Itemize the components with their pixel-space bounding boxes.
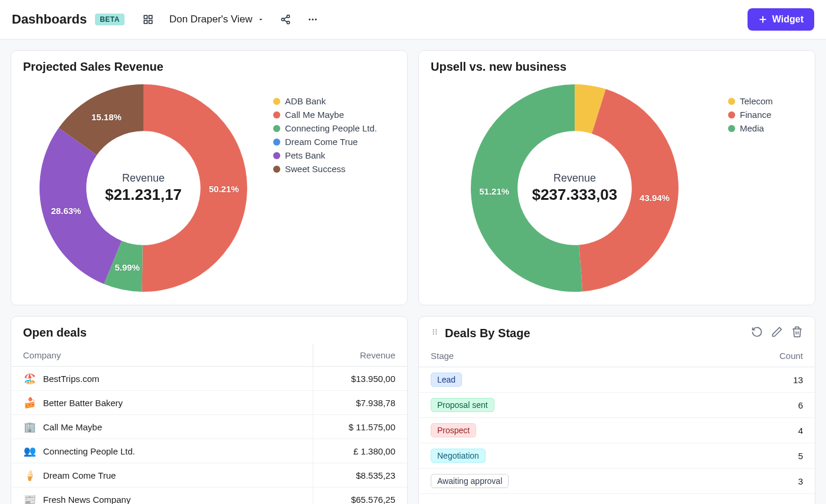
legend-item[interactable]: ADB Bank (273, 96, 377, 106)
legend-label: Media (740, 123, 764, 133)
donut-center-label: Revenue (532, 172, 618, 185)
svg-line-7 (284, 17, 287, 19)
company-icon: 🍦 (23, 469, 36, 482)
undo-icon[interactable] (751, 326, 763, 340)
col-count: Count (744, 345, 815, 367)
legend-label: Finance (740, 110, 771, 120)
legend-item[interactable]: Media (728, 123, 773, 133)
plus-icon (758, 15, 768, 24)
revenue-value: $65.576,25 (313, 487, 407, 505)
col-stage: Stage (419, 345, 744, 367)
stage-count: 13 (744, 367, 815, 393)
card-projected-sales: Projected Sales Revenue 50.21%5.99%28.63… (11, 50, 408, 305)
donut-chart-projected: 50.21%5.99%28.63%15.18%Revenue$21.231,17 (19, 82, 267, 294)
legend-dot-icon (273, 98, 280, 105)
company-icon: 📰 (23, 493, 36, 504)
legend-dot-icon (728, 111, 735, 118)
table-row[interactable]: 🍰Better Batter Bakery$7.938,78 (11, 391, 407, 415)
table-row[interactable]: Negotiation5 (419, 443, 815, 469)
col-revenue: Revenue (313, 344, 407, 367)
drag-handle-icon[interactable] (431, 328, 439, 338)
svg-point-5 (281, 18, 284, 21)
table-row[interactable]: Lead13 (419, 367, 815, 393)
svg-point-6 (287, 21, 290, 24)
donut-segment-label: 43.94% (640, 192, 670, 202)
card-title: Open deals (23, 326, 87, 340)
donut-center-value: $237.333,03 (532, 186, 618, 204)
edit-icon[interactable] (771, 326, 783, 340)
legend-label: Call Me Maybe (285, 110, 344, 120)
table-row[interactable]: Proposal sent6 (419, 393, 815, 418)
donut-segment-label: 5.99% (114, 262, 140, 272)
svg-point-17 (435, 331, 437, 332)
table-row[interactable]: 👥Connecting People Ltd.£ 1.380,00 (11, 439, 407, 463)
company-icon: 👥 (23, 444, 36, 457)
table-row[interactable]: 🏢Call Me Maybe$ 11.575,00 (11, 415, 407, 439)
stage-count: 3 (744, 469, 815, 494)
svg-rect-0 (144, 15, 147, 18)
company-icon: 🏖️ (23, 372, 36, 385)
legend-item[interactable]: Sweet Success (273, 164, 377, 174)
stage-pill: Proposal sent (431, 398, 494, 412)
company-name: Dream Come True (43, 470, 116, 480)
legend-item[interactable]: Connecting People Ltd. (273, 123, 377, 133)
donut-center-value: $21.231,17 (105, 186, 182, 204)
svg-point-4 (287, 15, 290, 18)
stage-pill: Prospect (431, 423, 476, 437)
legend-dot-icon (273, 111, 280, 118)
svg-point-19 (435, 333, 437, 334)
stage-pill: Lead (431, 373, 462, 387)
view-selector[interactable]: Don Draper's View (166, 11, 268, 28)
trash-icon[interactable] (791, 326, 803, 340)
grid-icon[interactable] (139, 10, 158, 29)
donut-center-label: Revenue (105, 172, 182, 185)
svg-point-10 (312, 19, 313, 21)
stage-pill: Negotiation (431, 449, 486, 463)
company-name: Call Me Maybe (43, 422, 102, 432)
table-row[interactable]: 🏖️BestTrips.com$13.950,00 (11, 367, 407, 391)
legend-label: Dream Come True (285, 137, 358, 147)
legend-label: Connecting People Ltd. (285, 123, 377, 133)
company-name: BestTrips.com (43, 374, 99, 384)
table-row[interactable]: Prospect4 (419, 418, 815, 443)
legend-dot-icon (273, 139, 280, 146)
legend-item[interactable]: Call Me Maybe (273, 110, 377, 120)
card-open-deals: Open deals Company Revenue 🏖️BestTrips.c… (11, 316, 408, 504)
legend-upsell: TelecomFinanceMedia (728, 82, 773, 137)
legend-projected: ADB BankCall Me MaybeConnecting People L… (273, 82, 377, 177)
card-title: Projected Sales Revenue (23, 60, 163, 74)
svg-point-18 (433, 333, 434, 334)
deals-by-stage-table: Stage Count Lead13Proposal sent6Prospect… (419, 345, 815, 494)
company-name: Better Batter Bakery (43, 398, 123, 408)
table-row[interactable]: 📰Fresh News Company$65.576,25 (11, 487, 407, 505)
legend-label: Sweet Success (285, 164, 346, 174)
share-icon[interactable] (276, 10, 295, 29)
page-header: Dashboards BETA Don Draper's View Widget (0, 0, 826, 39)
svg-line-8 (284, 20, 287, 22)
table-row[interactable]: Awaiting approval3 (419, 469, 815, 494)
stage-pill: Awaiting approval (431, 474, 509, 488)
svg-rect-2 (144, 21, 147, 24)
svg-point-15 (435, 329, 437, 330)
legend-item[interactable]: Dream Come True (273, 137, 377, 147)
donut-segment-label: 28.63% (51, 205, 81, 215)
add-widget-button[interactable]: Widget (748, 8, 814, 31)
beta-badge: BETA (95, 14, 124, 25)
more-icon[interactable] (303, 10, 322, 29)
view-selector-label: Don Draper's View (169, 14, 253, 25)
open-deals-table: Company Revenue 🏖️BestTrips.com$13.950,0… (11, 344, 407, 504)
add-widget-label: Widget (772, 14, 804, 25)
legend-dot-icon (273, 125, 280, 132)
legend-item[interactable]: Telecom (728, 96, 773, 106)
card-deals-by-stage: Deals By Stage Stage Count Lead13Proposa… (418, 316, 815, 504)
legend-item[interactable]: Finance (728, 110, 773, 120)
table-row[interactable]: 🍦Dream Come True$8.535,23 (11, 463, 407, 487)
revenue-value: $ 11.575,00 (313, 415, 407, 439)
legend-label: Telecom (740, 96, 773, 106)
svg-point-11 (315, 19, 317, 21)
svg-point-9 (309, 19, 310, 21)
legend-item[interactable]: Pets Bank (273, 150, 377, 160)
company-name: Fresh News Company (43, 495, 130, 505)
donut-chart-upsell: 43.94%51.21%Revenue$237.333,03 (427, 82, 722, 294)
donut-segment-label: 50.21% (209, 183, 239, 193)
